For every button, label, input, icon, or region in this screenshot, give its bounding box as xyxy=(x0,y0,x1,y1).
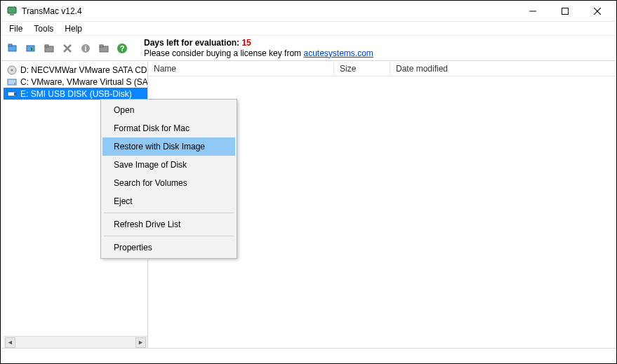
info-icon[interactable]: i xyxy=(78,41,93,56)
hdd-icon xyxy=(6,76,18,88)
menu-tools[interactable]: Tools xyxy=(28,22,59,35)
scroll-left-icon[interactable]: ◄ xyxy=(5,337,15,348)
content-area: D: NECVMWar VMware SATA CD01 (S. C: VMwa… xyxy=(1,61,616,348)
svg-text:i: i xyxy=(85,45,87,53)
evaluation-notice: Days left for evaluation: 15 Please cons… xyxy=(144,38,373,59)
window-controls xyxy=(517,1,613,21)
svg-point-22 xyxy=(14,83,15,84)
column-headers: Name Size Date modified xyxy=(148,61,616,76)
disc-icon xyxy=(6,65,18,76)
svg-rect-8 xyxy=(27,46,34,51)
usb-icon xyxy=(6,88,18,100)
svg-point-20 xyxy=(11,69,13,71)
svg-rect-0 xyxy=(8,7,16,13)
open-to-file-icon[interactable] xyxy=(23,41,39,56)
menu-bar: File Tools Help xyxy=(1,22,616,36)
title-bar: TransMac v12.4 xyxy=(1,1,616,22)
context-refresh-drive-list[interactable]: Refresh Drive List xyxy=(102,215,235,234)
context-open[interactable]: Open xyxy=(102,101,235,119)
svg-text:?: ? xyxy=(120,44,125,53)
folder-icon[interactable] xyxy=(41,41,57,56)
app-icon xyxy=(6,6,18,17)
delete-icon[interactable] xyxy=(60,41,75,56)
scroll-right-icon[interactable]: ► xyxy=(135,337,146,348)
open-from-file-icon[interactable] xyxy=(5,41,20,56)
column-header-name[interactable]: Name xyxy=(148,62,334,75)
column-header-size[interactable]: Size xyxy=(334,62,390,75)
eval-line2: Please consider buying a license key fro… xyxy=(144,48,303,58)
tree-node-label: C: VMware, VMware Virtual S (SAS-Disk xyxy=(20,77,147,87)
tree-node-selected[interactable]: E: SMI USB DISK (USB-Disk) xyxy=(4,88,147,100)
minimize-button[interactable] xyxy=(517,1,549,21)
menu-help[interactable]: Help xyxy=(59,22,88,35)
window-title: TransMac v12.4 xyxy=(22,6,82,16)
svg-rect-1 xyxy=(10,14,14,15)
context-restore-with-disk-image[interactable]: Restore with Disk Image xyxy=(102,137,235,156)
eval-label: Days left for evaluation: xyxy=(144,38,239,48)
context-properties[interactable]: Properties xyxy=(102,238,235,257)
context-search-for-volumes[interactable]: Search for Volumes xyxy=(102,174,235,192)
context-save-image-of-disk[interactable]: Save Image of Disk xyxy=(102,156,235,174)
status-bar xyxy=(1,348,616,364)
svg-rect-16 xyxy=(100,45,103,47)
maximize-button[interactable] xyxy=(549,1,581,21)
context-menu: Open Format Disk for Mac Restore with Di… xyxy=(100,99,237,259)
toolbar: i ? Days left for evaluation: 15 Please … xyxy=(1,36,616,61)
menu-file[interactable]: File xyxy=(4,22,28,35)
folder2-icon[interactable] xyxy=(96,41,112,56)
svg-rect-10 xyxy=(45,45,48,47)
context-separator xyxy=(104,236,234,236)
svg-rect-7 xyxy=(8,44,12,46)
close-button[interactable] xyxy=(581,1,613,21)
eval-link[interactable]: acutesystems.com xyxy=(303,48,373,58)
column-header-date[interactable]: Date modified xyxy=(390,62,616,75)
tree-horizontal-scrollbar[interactable]: ◄ ► xyxy=(4,336,147,348)
svg-rect-24 xyxy=(14,93,16,95)
context-eject[interactable]: Eject xyxy=(102,192,235,210)
tree-node[interactable]: D: NECVMWar VMware SATA CD01 (S. xyxy=(4,64,147,76)
context-format-disk-for-mac[interactable]: Format Disk for Mac xyxy=(102,119,235,137)
tree-node-label: D: NECVMWar VMware SATA CD01 (S. xyxy=(20,65,147,75)
tree-node[interactable]: C: VMware, VMware Virtual S (SAS-Disk xyxy=(4,76,147,88)
help-icon[interactable]: ? xyxy=(114,41,130,56)
tree-node-label: E: SMI USB DISK (USB-Disk) xyxy=(20,89,132,99)
context-separator xyxy=(104,213,234,213)
svg-rect-3 xyxy=(562,8,569,14)
eval-days-count: 15 xyxy=(241,38,251,48)
